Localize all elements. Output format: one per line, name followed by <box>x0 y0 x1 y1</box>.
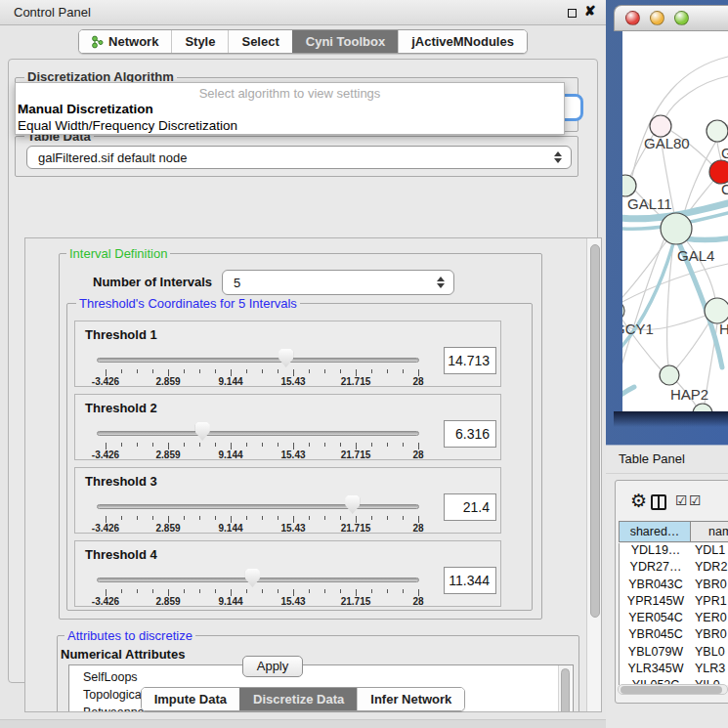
mac-zoom-button[interactable] <box>674 11 689 25</box>
network-node-gal80[interactable] <box>650 115 671 137</box>
top-tabbar: NetworkStyleSelectCyni ToolboxjActiveMNo… <box>0 29 606 54</box>
slider-tick <box>371 516 372 520</box>
table-row[interactable]: YDR27…YDR2 <box>620 560 728 577</box>
attribute-item-selfloops[interactable]: SelfLoops <box>69 668 573 686</box>
float-window-icon[interactable] <box>568 9 577 18</box>
slider-tick <box>418 589 419 596</box>
btab-impute-data-label: Impute Data <box>154 692 227 707</box>
table-row[interactable]: YPR145WYPR1 <box>620 594 728 611</box>
close-icon[interactable]: ✘ <box>584 3 596 19</box>
slider-tick <box>121 443 122 447</box>
slider-tick <box>309 443 310 447</box>
threshold-1-slider-track[interactable] <box>97 358 419 363</box>
threshold-3-slider-thumb[interactable] <box>345 495 360 514</box>
network-edge-highlight[interactable] <box>622 243 673 356</box>
threshold-2-panel: Threshold 2-3.4262.8599.14415.4321.71528… <box>74 394 501 460</box>
threshold-2-slider-track[interactable] <box>97 431 419 436</box>
btab-impute-data[interactable]: Impute Data <box>142 688 239 710</box>
algorithm-option-manual-discretization[interactable]: Manual Discretization <box>16 101 564 117</box>
threshold-4-value-input[interactable]: 11.344 <box>444 567 496 594</box>
table-row[interactable]: YDL19…YDL1 <box>620 543 728 560</box>
table-row[interactable]: YBR045CYBR0 <box>620 627 728 644</box>
tab-jactivemnodules[interactable]: jActiveMNodules <box>398 30 527 53</box>
table-data-combo[interactable]: galFiltered.sif default node <box>26 146 572 169</box>
algorithm-dropdown-popup: Select algorithm to view settings Manual… <box>15 82 565 135</box>
table-row[interactable]: YER054CYER0 <box>620 611 728 627</box>
table-row[interactable]: YBL079WYBL0 <box>620 645 728 662</box>
network-edge[interactable] <box>676 321 710 368</box>
slider-tick <box>199 443 200 447</box>
tab-network[interactable]: Network <box>79 30 171 53</box>
slider-tick <box>152 589 153 593</box>
network-node-gal4[interactable] <box>661 213 692 244</box>
network-edge-highlight[interactable] <box>685 238 728 240</box>
cell-shared-name: YBR045C <box>620 627 692 644</box>
apply-button[interactable]: Apply <box>242 656 303 677</box>
slider-tick <box>246 589 247 593</box>
network-node-hap2[interactable] <box>660 365 679 385</box>
cell-name: YLR3 <box>692 662 725 678</box>
node-label: GCY1 <box>622 321 654 337</box>
network-edge[interactable] <box>632 57 728 176</box>
threshold-2-slider-thumb[interactable] <box>195 422 210 441</box>
threshold-3-slider-track[interactable] <box>97 504 419 509</box>
table-row[interactable]: YBR043CYBR0 <box>620 578 728 594</box>
slider-tick <box>168 369 169 376</box>
settings-scrollbar[interactable] <box>586 238 602 712</box>
slider-tick-label: 2.859 <box>147 450 190 460</box>
btab-infer-network[interactable]: Infer Network <box>357 688 464 710</box>
threshold-2-label: Threshold 2 <box>85 401 157 415</box>
slider-tick-label: 21.715 <box>334 376 377 387</box>
mac-minimize-button[interactable] <box>650 11 664 25</box>
gear-icon[interactable]: ⚙ <box>630 490 647 512</box>
slider-tick <box>184 443 185 447</box>
threshold-4-slider-thumb[interactable] <box>245 569 260 587</box>
slider-tick <box>231 589 232 596</box>
btab-discretize-data[interactable]: Discretize Data <box>239 688 357 710</box>
slider-tick-label: 15.43 <box>272 376 315 387</box>
slider-tick <box>403 516 404 520</box>
checkbox-icon[interactable]: ☑ <box>675 492 688 508</box>
network-edge-highlight[interactable] <box>622 387 634 401</box>
threshold-1-slider-thumb[interactable] <box>278 349 293 367</box>
attributes-group-label: Attributes to discretize <box>64 628 195 643</box>
settings-scrollbar-thumb[interactable] <box>590 244 600 618</box>
slider-tick <box>324 443 325 447</box>
threshold-1-value-input[interactable]: 14.713 <box>444 347 496 374</box>
tab-style[interactable]: Style <box>171 30 228 53</box>
network-edge[interactable] <box>622 238 664 375</box>
network-node-gcy1[interactable] <box>622 301 624 321</box>
network-node-g[interactable] <box>707 120 728 142</box>
cell-shared-name: YBR043C <box>620 578 692 594</box>
slider-tick <box>309 516 310 520</box>
node-table[interactable]: YDL19…YDL1YDR27…YDR2YBR043CYBR0YPR145WYP… <box>619 543 728 685</box>
column-header-name[interactable]: name <box>690 521 728 542</box>
table-hscrollbar-thumb[interactable] <box>621 686 722 694</box>
slider-tick <box>340 589 341 593</box>
network-node-gal11[interactable] <box>622 175 636 196</box>
column-header-shared[interactable]: shared… <box>619 521 691 542</box>
number-of-intervals-combo[interactable]: 5 <box>222 270 454 295</box>
threshold-2-value-input[interactable]: 6.316 <box>444 420 496 448</box>
tab-cyni-toolbox-label: Cyni Toolbox <box>306 34 385 49</box>
algorithm-option-equal-width-frequency-discretization[interactable]: Equal Width/Frequency Discretization <box>16 117 564 134</box>
cell-name: YER0 <box>692 611 727 627</box>
slider-tick <box>246 516 247 520</box>
mac-close-button[interactable] <box>625 11 640 25</box>
cell-name: YBL0 <box>692 645 725 662</box>
checkbox-icon[interactable]: ☑ <box>689 492 702 508</box>
split-view-icon[interactable] <box>651 494 666 510</box>
slider-tick <box>293 589 294 596</box>
slider-tick-label: 28 <box>397 523 440 534</box>
network-window-titlebar[interactable] <box>614 5 728 31</box>
network-icon <box>92 35 104 49</box>
node-label: GAL80 <box>644 135 690 151</box>
tab-cyni-toolbox[interactable]: Cyni Toolbox <box>292 30 398 53</box>
table-data-value: galFiltered.sif default node <box>27 150 553 165</box>
table-row[interactable]: YLR345WYLR3 <box>620 662 728 678</box>
network-view[interactable]: GAL80GCGAL11GAL4GCY1HHAP2 <box>622 31 728 411</box>
tab-select[interactable]: Select <box>228 30 291 53</box>
threshold-3-value-input[interactable]: 21.4 <box>444 493 496 521</box>
network-edge[interactable] <box>665 76 728 117</box>
slider-tick-label: 21.715 <box>334 450 377 460</box>
